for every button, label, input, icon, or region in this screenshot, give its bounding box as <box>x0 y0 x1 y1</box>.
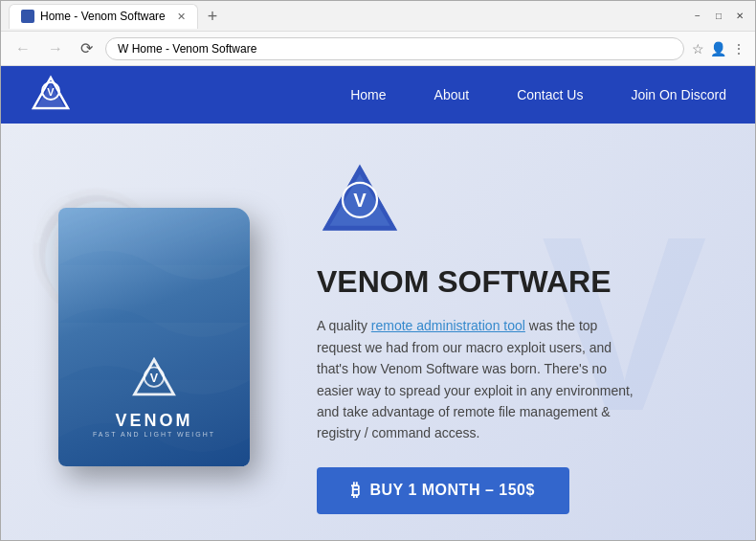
buy-button[interactable]: ₿ BUY 1 MONTH – 150$ <box>317 467 569 514</box>
profile-icon[interactable]: 👤 <box>710 41 726 56</box>
browser-frame: Home - Venom Software ✕ + − □ ✕ ← → ⟳ ☆ … <box>0 0 756 541</box>
nav-about[interactable]: About <box>434 87 470 102</box>
nav-home[interactable]: Home <box>350 87 386 102</box>
close-button[interactable]: ✕ <box>732 9 747 24</box>
nav-discord[interactable]: Join On Discord <box>631 87 726 102</box>
product-box-image: V VENOM FAST AND LIGHT WEIGHT <box>58 208 250 466</box>
new-tab-button[interactable]: + <box>202 5 224 29</box>
hero-logo-icon: V <box>317 159 403 245</box>
tab-bar: Home - Venom Software ✕ + <box>9 4 690 29</box>
hero-title: VENOM SOFTWARE <box>317 264 755 300</box>
menu-icon[interactable]: ⋮ <box>732 41 745 56</box>
minimize-button[interactable]: − <box>690 9 705 24</box>
reload-button[interactable]: ⟳ <box>76 37 98 59</box>
logo-area: V <box>30 74 72 116</box>
back-button[interactable]: ← <box>11 38 35 59</box>
bitcoin-icon: ₿ <box>351 481 361 501</box>
box-title: VENOM <box>115 411 192 431</box>
tab-close-button[interactable]: ✕ <box>177 11 186 23</box>
box-subtitle: FAST AND LIGHT WEIGHT <box>93 431 215 438</box>
address-bar: ← → ⟳ ☆ 👤 ⋮ <box>1 32 755 66</box>
svg-text:V: V <box>47 86 55 98</box>
brand-logo: V <box>30 74 72 116</box>
navbar: V Home About Contact Us Join On Discord <box>1 66 755 124</box>
hero-section: 🔍 V V <box>1 124 755 540</box>
hero-content: V VENOM SOFTWARE A quality remote admini… <box>317 159 755 513</box>
forward-button[interactable]: → <box>43 38 68 59</box>
box-logo-area: V VENOM FAST AND LIGHT WEIGHT <box>93 355 215 438</box>
nav-links: Home About Contact Us Join On Discord <box>350 87 726 102</box>
hero-description: A quality remote administration tool was… <box>317 315 642 443</box>
buy-button-label: BUY 1 MONTH – 150$ <box>370 482 535 499</box>
desc-part1: A quality <box>317 318 371 333</box>
hero-logo: V <box>317 159 755 245</box>
box-logo-icon: V <box>130 355 178 403</box>
address-bar-icons: ☆ 👤 ⋮ <box>692 41 745 56</box>
product-box: V VENOM FAST AND LIGHT WEIGHT <box>58 208 259 466</box>
active-tab[interactable]: Home - Venom Software ✕ <box>9 4 198 29</box>
svg-text:V: V <box>353 190 367 211</box>
bookmark-icon[interactable]: ☆ <box>692 41 704 56</box>
maximize-button[interactable]: □ <box>711 9 726 24</box>
rat-link[interactable]: remote administration tool <box>371 318 525 333</box>
desc-part2: was the top request we had from our macr… <box>317 318 634 440</box>
website-content: V Home About Contact Us Join On Discord … <box>1 66 755 540</box>
nav-contact[interactable]: Contact Us <box>517 87 583 102</box>
tab-title: Home - Venom Software <box>40 10 166 23</box>
title-bar: Home - Venom Software ✕ + − □ ✕ <box>1 1 755 32</box>
address-input[interactable] <box>105 37 684 60</box>
tab-favicon <box>21 10 34 23</box>
svg-text:V: V <box>150 372 159 385</box>
window-controls: − □ ✕ <box>690 9 747 24</box>
